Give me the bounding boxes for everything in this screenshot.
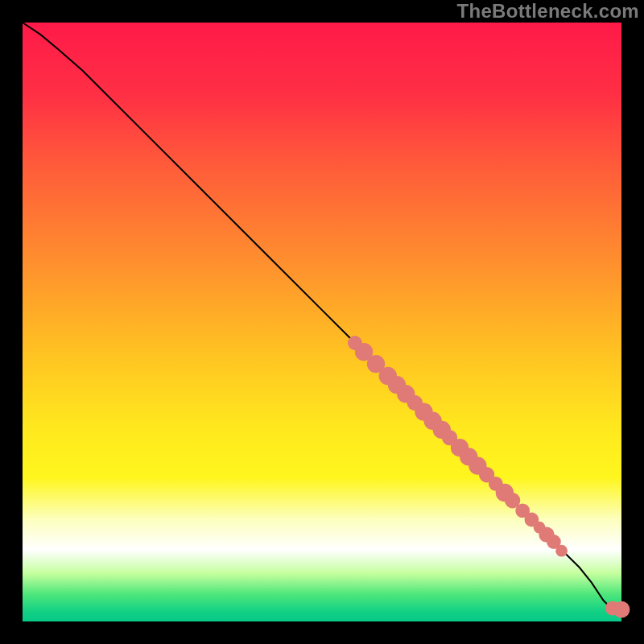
chart-container: TheBottleneck.com bbox=[0, 0, 644, 644]
bottleneck-chart bbox=[0, 0, 644, 644]
data-marker bbox=[613, 601, 630, 618]
plot-background bbox=[23, 23, 621, 621]
data-marker bbox=[555, 545, 568, 557]
